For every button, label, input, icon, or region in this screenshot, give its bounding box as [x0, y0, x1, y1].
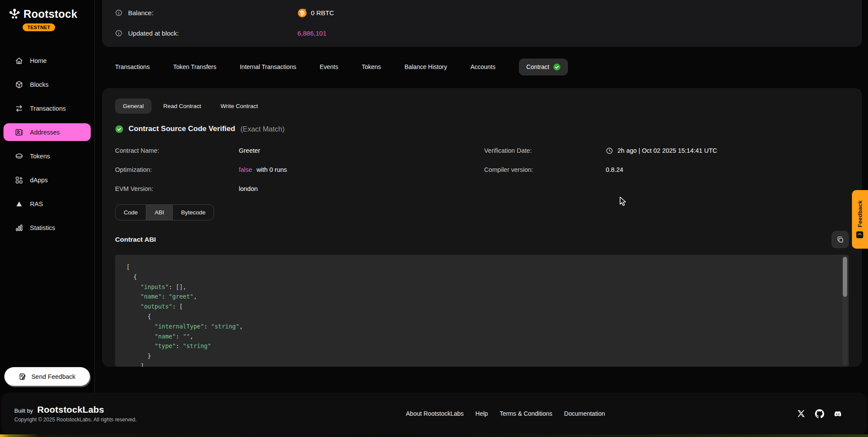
updated-block-row: Updated at block: 6,886,101	[115, 23, 849, 43]
feedback-chat-icon	[857, 231, 864, 238]
evm-version-row: EVM Version: london	[115, 179, 484, 198]
github-icon[interactable]	[815, 409, 824, 418]
sidebar-item-home[interactable]: Home	[3, 52, 91, 69]
tab-contract-label: Contract	[526, 63, 549, 70]
sidebar-item-label: Transactions	[30, 105, 66, 112]
sidebar-item-transactions[interactable]: Transactions	[3, 99, 91, 117]
tab-events[interactable]: Events	[320, 63, 338, 70]
discord-icon[interactable]	[833, 409, 842, 418]
sidebar-item-statistics[interactable]: Statistics	[3, 219, 91, 237]
compiler-version-label: Compiler version:	[484, 166, 606, 173]
copy-abi-button[interactable]	[832, 231, 849, 248]
contract-name-label: Contract Name:	[115, 147, 239, 154]
sidebar-item-label: Addresses	[30, 129, 60, 136]
sidebar-item-addresses[interactable]: Addresses	[3, 123, 91, 141]
copyright-text: Copyright © 2025 RootstockLabs. All righ…	[14, 417, 214, 423]
subtab-write-contract[interactable]: Write Contract	[213, 99, 266, 114]
footer-link-about[interactable]: About RootstockLabs	[406, 410, 464, 417]
sidebar-item-label: RAS	[30, 200, 43, 207]
verification-date-value: 2h ago | Oct 02 2025 15:14:41 UTC	[606, 147, 717, 154]
tab-transactions[interactable]: Transactions	[115, 63, 150, 70]
sidebar-item-dapps[interactable]: dApps	[3, 171, 91, 189]
tokens-icon	[14, 151, 23, 161]
feedback-side-tab[interactable]: Feedback	[852, 190, 868, 249]
sidebar-item-label: dApps	[30, 177, 48, 184]
optimization-row: Optimization: false with 0 runs	[115, 160, 484, 179]
verified-title: Contract Source Code Verified	[129, 125, 235, 133]
sidebar-item-ras[interactable]: RAS	[3, 195, 91, 213]
subtab-read-contract[interactable]: Read Contract	[155, 99, 209, 114]
brand-name: Rootstock	[23, 8, 77, 20]
footer-link-terms[interactable]: Terms & Conditions	[500, 410, 552, 417]
x-icon[interactable]	[797, 409, 806, 418]
send-feedback-label: Send Feedback	[31, 373, 76, 380]
toggle-bytecode[interactable]: Bytecode	[173, 205, 214, 220]
compiler-version-value: 0.8.24	[606, 166, 623, 173]
main-content: Balance: ₿ 0 RBTC	[95, 0, 868, 393]
contract-subtabs: General Read Contract Write Contract	[115, 99, 849, 114]
home-icon	[14, 56, 23, 65]
tab-tokens[interactable]: Tokens	[362, 63, 381, 70]
rootstocklabs-wordmark[interactable]: RootstockLabs	[37, 404, 104, 415]
sidebar-nav: Home Blocks Transactions	[0, 49, 94, 240]
balance-row: Balance: ₿ 0 RBTC	[115, 3, 849, 23]
tab-internal-transactions[interactable]: Internal Transactions	[240, 63, 296, 70]
contract-name-row: Contract Name: Greeter	[115, 141, 484, 160]
sidebar-item-label: Blocks	[30, 81, 49, 88]
sidebar-item-label: Home	[30, 57, 47, 64]
verification-date-label: Verification Date:	[484, 147, 606, 154]
send-feedback-button[interactable]: Send Feedback	[4, 367, 90, 386]
balance-label: Balance:	[128, 9, 153, 16]
abi-heading: Contract ABI	[115, 236, 156, 243]
code-scrollbar[interactable]	[842, 256, 848, 365]
built-by-label: Built by	[14, 407, 33, 414]
abi-code: [ { "inputs": [], "name": "greet", "outp…	[126, 262, 838, 367]
info-icon[interactable]	[115, 9, 122, 16]
code-view-toggle: Code ABI Bytecode	[115, 204, 214, 220]
transactions-icon	[14, 104, 23, 113]
contract-name-value: Greeter	[239, 147, 260, 154]
sidebar-item-blocks[interactable]: Blocks	[3, 76, 91, 93]
footer-social	[797, 409, 842, 418]
info-icon[interactable]	[115, 30, 122, 37]
optimization-value: false with 0 runs	[239, 166, 287, 173]
updated-block-label: Updated at block:	[128, 30, 179, 37]
footer-link-help[interactable]: Help	[475, 410, 488, 417]
contract-details: Contract Name: Greeter Optimization: fal…	[115, 141, 849, 198]
blocks-icon	[14, 80, 23, 89]
verified-check-icon	[115, 125, 123, 133]
feedback-note-icon	[19, 373, 26, 381]
subtab-general[interactable]: General	[115, 99, 152, 114]
dapps-icon	[14, 175, 23, 184]
verified-check-icon	[553, 63, 561, 71]
evm-version-value: london	[239, 185, 258, 192]
toggle-abi[interactable]: ABI	[146, 205, 173, 220]
app-shell: Rootstock TESTNET Home Blocks	[0, 0, 868, 393]
compiler-version-row: Compiler version: 0.8.24	[484, 160, 849, 179]
ras-icon	[14, 199, 23, 208]
footer-link-documentation[interactable]: Documentation	[564, 410, 605, 417]
sidebar-item-label: Tokens	[30, 153, 50, 160]
brand-logo[interactable]: Rootstock TESTNET	[0, 0, 94, 31]
verified-match-type: (Exact Match)	[241, 125, 285, 133]
toggle-code[interactable]: Code	[116, 205, 146, 220]
statistics-icon	[14, 223, 23, 232]
tab-contract[interactable]: Contract	[519, 59, 568, 76]
sidebar-item-label: Statistics	[30, 224, 55, 231]
tab-token-transfers[interactable]: Token Transfers	[173, 63, 217, 70]
footer: Built by RootstockLabs Copyright © 2025 …	[1, 393, 867, 434]
block-number-link[interactable]: 6,886,101	[297, 30, 327, 37]
tab-balance-history[interactable]: Balance History	[404, 63, 447, 70]
clock-icon	[606, 147, 613, 154]
feedback-tab-label: Feedback	[857, 200, 863, 227]
sidebar-item-tokens[interactable]: Tokens	[3, 147, 91, 165]
balance-amount: 0 RBTC	[311, 9, 334, 16]
addresses-icon	[14, 128, 23, 137]
evm-version-label: EVM Version:	[115, 185, 239, 192]
tab-accounts[interactable]: Accounts	[470, 63, 495, 70]
balance-value: ₿ 0 RBTC	[297, 8, 334, 18]
bottom-accent-strip	[0, 434, 868, 437]
code-scrollbar-thumb[interactable]	[843, 257, 847, 297]
sidebar: Rootstock TESTNET Home Blocks	[0, 0, 95, 393]
rootstock-logo-icon	[9, 8, 20, 20]
